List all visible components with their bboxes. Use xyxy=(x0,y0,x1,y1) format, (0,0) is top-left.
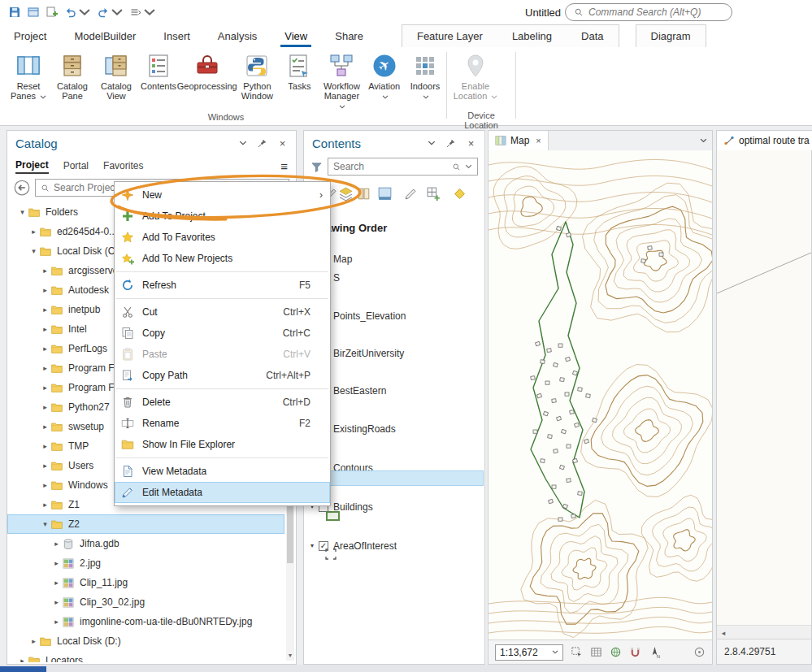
expand-arrow-icon[interactable]: ▸ xyxy=(40,345,50,353)
expand-arrow-icon[interactable]: ▸ xyxy=(51,559,62,567)
tree-item-jifna-gdb[interactable]: ▸Jifna.gdb xyxy=(7,534,284,553)
expand-arrow-icon[interactable]: ▸ xyxy=(17,657,28,662)
catalog-tab-portal[interactable]: Portal xyxy=(63,158,89,173)
command-search-input[interactable]: Command Search (Alt+Q) xyxy=(565,3,732,21)
expand-arrow-icon[interactable]: ▸ xyxy=(40,384,50,392)
ribbon-tab-view[interactable]: View xyxy=(271,24,321,47)
layer-s[interactable]: S xyxy=(304,269,484,286)
save-button[interactable] xyxy=(7,4,23,20)
expand-arrow-icon[interactable]: ▸ xyxy=(40,423,50,431)
expand-arrow-icon[interactable]: ▾ xyxy=(17,208,28,216)
pin-icon[interactable] xyxy=(257,138,267,149)
layer-map[interactable]: ▾Map xyxy=(304,250,484,267)
tree-item-locators[interactable]: ▸Locators xyxy=(7,651,284,662)
menu-item-edit-metadata[interactable]: Edit Metadata xyxy=(115,482,330,503)
layer-existingroads[interactable]: ▾ExistingRoads xyxy=(304,420,484,437)
expand-arrow-icon[interactable]: ▸ xyxy=(40,267,50,275)
add-data-button[interactable] xyxy=(44,4,60,20)
ribbon-button-python-window[interactable]: Python Window xyxy=(235,51,279,102)
ribbon-button-workflow-manager[interactable]: Workflow Manager xyxy=(319,51,363,112)
ribbon-button-tasks[interactable]: Tasks xyxy=(279,51,319,93)
expand-arrow-icon[interactable]: ▸ xyxy=(28,637,39,645)
expand-arrow-icon[interactable]: ▸ xyxy=(51,579,62,587)
menu-item-show-in-file-explorer[interactable]: Show In File Explorer xyxy=(115,434,330,455)
expand-arrow-icon[interactable]: ▸ xyxy=(40,364,50,372)
tree-item-local-disk-d[interactable]: ▸Local Disk (D:) xyxy=(7,631,284,651)
tab-map[interactable]: Map × xyxy=(489,131,549,150)
scroll-down-icon[interactable]: ▾ xyxy=(286,652,294,659)
selected-symbol-row[interactable] xyxy=(305,470,484,486)
scroll-left-icon[interactable]: ◂ xyxy=(717,629,730,637)
menu-item-new[interactable]: New› xyxy=(115,184,330,206)
ribbon-button-catalog-view[interactable]: Catalog View xyxy=(94,51,138,102)
tab-optimal-route[interactable]: optimal route tra xyxy=(717,131,812,150)
menu-item-delete[interactable]: DeleteCtrl+D xyxy=(115,392,330,413)
ribbon-tab-data[interactable]: Data xyxy=(567,25,618,47)
north-arrow-icon[interactable]: N xyxy=(649,646,661,658)
ribbon-tab-project[interactable]: Project xyxy=(0,24,60,47)
diagram-canvas[interactable] xyxy=(717,150,811,626)
ribbon-tab-labeling[interactable]: Labeling xyxy=(497,25,567,47)
tree-item-z2[interactable]: ▾Z2 xyxy=(7,514,284,534)
ribbon-tab-insert[interactable]: Insert xyxy=(150,24,204,47)
sync-extent-icon[interactable] xyxy=(610,646,622,658)
tree-item-clip-30-02-jpg[interactable]: ▸Clip_30_02.jpg xyxy=(7,592,284,612)
menu-item-cut[interactable]: CutCtrl+X xyxy=(115,301,330,323)
redo-button[interactable] xyxy=(95,4,125,20)
ribbon-tab-feature-layer[interactable]: Feature Layer xyxy=(402,25,497,47)
ribbon-button-geoprocessing[interactable]: Geoprocessing xyxy=(179,51,235,93)
expand-arrow-icon[interactable]: ▸ xyxy=(40,306,50,314)
ribbon-tab-diagram[interactable]: Diagram xyxy=(636,25,706,47)
menu-item-add-to-project[interactable]: Add To Project xyxy=(115,206,330,227)
menu-icon[interactable]: ≡ xyxy=(280,159,288,173)
undo-button[interactable] xyxy=(63,4,93,20)
attribute-table-icon[interactable] xyxy=(590,646,602,658)
menu-item-copy-path[interactable]: Copy PathCtrl+Alt+P xyxy=(115,365,330,386)
ribbon-button-enable-location[interactable]: Enable Location xyxy=(450,51,501,102)
expand-arrow-icon[interactable]: ▸ xyxy=(51,540,62,548)
lock-scale-icon[interactable] xyxy=(693,646,706,658)
selection-tool-icon[interactable] xyxy=(571,646,583,658)
expand-arrow-icon[interactable]: ▸ xyxy=(40,481,50,489)
insert-button[interactable] xyxy=(25,4,41,20)
back-button[interactable] xyxy=(14,180,30,196)
menu-item-add-to-new-projects[interactable]: Add To New Projects xyxy=(115,248,330,269)
menu-item-add-to-favorites[interactable]: Add To Favorites xyxy=(115,227,330,248)
menu-item-rename[interactable]: RenameF2 xyxy=(115,413,330,434)
layer-birzeituniversity[interactable]: ▾BirZeitUniversity xyxy=(304,345,484,362)
ribbon-button-catalog-pane[interactable]: Catalog Pane xyxy=(50,51,94,102)
buildings-symbol-swatch[interactable] xyxy=(326,511,340,521)
menu-item-refresh[interactable]: RefreshF5 xyxy=(115,275,330,296)
snapping-icon[interactable] xyxy=(629,646,641,658)
layer-besteastern[interactable]: ▾BestEastern xyxy=(304,382,484,399)
chevron-down-icon[interactable] xyxy=(239,141,247,146)
catalog-tab-project[interactable]: Project xyxy=(15,158,49,174)
scale-select[interactable]: 1:13,672 xyxy=(495,644,563,661)
close-icon[interactable]: × xyxy=(277,138,288,149)
tree-item-imgonline-com-ua-tile-dbu0nrtedy-jpg[interactable]: ▸imgonline-com-ua-tile-dBu0NRTEDy.jpg xyxy=(7,612,284,631)
expand-arrow-icon[interactable]: ▸ xyxy=(40,442,50,450)
expand-arrow-icon[interactable]: ▾ xyxy=(310,542,319,549)
ribbon-tab-share[interactable]: Share xyxy=(321,24,377,47)
tree-item-2-jpg[interactable]: ▸2.jpg xyxy=(7,553,284,573)
tab-list-chevron-icon[interactable] xyxy=(700,138,712,143)
customize-button[interactable] xyxy=(128,4,158,20)
close-tab-icon[interactable]: × xyxy=(536,136,541,145)
expand-arrow-icon[interactable]: ▸ xyxy=(40,462,50,470)
catalog-tab-favorites[interactable]: Favorites xyxy=(103,158,143,173)
ribbon-button-contents[interactable]: Contents xyxy=(138,51,179,93)
menu-item-view-metadata[interactable]: View Metadata xyxy=(115,461,330,482)
menu-item-copy[interactable]: CopyCtrl+C xyxy=(115,323,330,344)
expand-arrow-icon[interactable]: ▸ xyxy=(40,501,50,509)
map-canvas[interactable] xyxy=(489,150,712,639)
expand-arrow-icon[interactable]: ▸ xyxy=(40,325,50,333)
expand-arrow-icon[interactable]: ▾ xyxy=(40,520,50,528)
layer-points-elevation[interactable]: ▾Points_Elevation xyxy=(304,307,484,324)
expand-arrow-icon[interactable]: ▸ xyxy=(40,403,50,411)
ribbon-tab-analysis[interactable]: Analysis xyxy=(204,24,271,47)
expand-arrow-icon[interactable]: ▸ xyxy=(51,598,62,606)
ribbon-button-aviation[interactable]: ✈Aviation xyxy=(363,51,405,102)
ribbon-button-indoors[interactable]: Indoors xyxy=(405,51,445,102)
expand-arrow-icon[interactable]: ▸ xyxy=(40,286,50,294)
area-of-interest-symbol[interactable] xyxy=(325,548,337,560)
